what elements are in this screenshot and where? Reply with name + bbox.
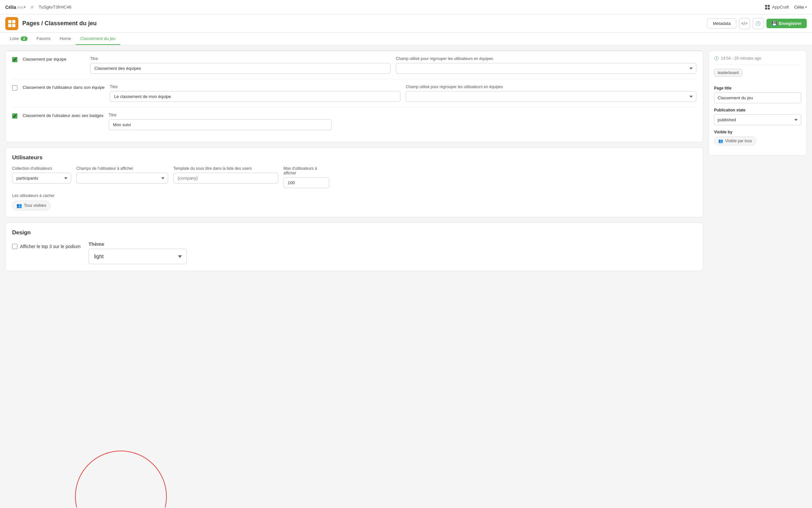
page-title-input[interactable] — [714, 92, 801, 103]
utilisateurs-form-row: Collection d'utilisateurs participants C… — [12, 166, 696, 188]
save-icon: 💾 — [772, 21, 777, 26]
visible-by-label: Visible by — [714, 130, 801, 134]
page-breadcrumb: Pages / Classement du jeu — [22, 20, 97, 27]
topbar-user-chevron-icon: ▾ — [805, 5, 807, 9]
cacher-label: Les utilisateurs à cacher — [12, 194, 696, 198]
tabs-bar: Liste 2 Favoris Home Classement du jeu — [0, 33, 812, 45]
design-card: Design Afficher le top 3 sur le podium T… — [5, 222, 703, 271]
checkbox-equipe[interactable] — [12, 57, 17, 62]
page-title-field-label: Page title — [714, 86, 801, 90]
topbar-user-menu[interactable]: Célia ▾ — [794, 5, 807, 9]
theme-select-wrapper: light dark custom — [88, 249, 187, 264]
collection-label: Collection d'utilisateurs — [12, 166, 71, 171]
topbar-user-label: Célia — [794, 5, 804, 9]
metadata-button[interactable]: Metadata — [707, 18, 736, 29]
user-chevron-icon: ▾ — [24, 5, 26, 9]
template-group: Template du sous titre dans la liste des… — [173, 166, 278, 188]
clock-icon: 🕐 — [714, 56, 719, 60]
publication-field: Publication state published draft — [714, 108, 801, 125]
classement-row-badges: Classement de l'utisateur avec ses badge… — [12, 113, 696, 135]
design-row: Afficher le top 3 sur le podium Thème li… — [12, 241, 696, 264]
history-button[interactable]: 🕐 — [753, 18, 764, 29]
tab-classement-label: Classement du jeu — [80, 36, 116, 41]
max-input[interactable] — [283, 177, 329, 188]
titre-badges-label: Titre — [109, 113, 331, 117]
utilisateurs-title: Utilisateurs — [12, 154, 696, 161]
checkbox-user-equipe[interactable] — [12, 85, 17, 90]
tab-favoris-label: Favoris — [37, 36, 51, 41]
visible-by-badge-label: Visible par tous — [725, 139, 752, 143]
tab-home[interactable]: Home — [55, 33, 76, 45]
appcraft-logo: AppCraft — [765, 5, 789, 10]
tab-liste-badge: 2 — [20, 36, 27, 41]
theme-group: Thème light dark custom — [88, 241, 187, 264]
visible-by-field: Visible by 👥 Visible par tous — [714, 130, 801, 145]
project-id: TuSgkvT3frHC46 — [39, 5, 72, 9]
collection-select[interactable]: participants — [12, 173, 71, 183]
user-menu[interactable]: Célia test ▾ — [5, 5, 26, 10]
visible-icon: 👥 — [718, 139, 723, 143]
svg-rect-0 — [765, 5, 767, 7]
champ-equipe-select[interactable] — [396, 63, 696, 74]
header-bar: Pages / Classement du jeu Metadata </> 🕐… — [0, 14, 812, 33]
tab-favoris[interactable]: Favoris — [32, 33, 55, 45]
max-label: Max d'utilisateurs à afficher — [283, 166, 329, 175]
appcraft-label: AppCraft — [772, 5, 789, 9]
champs-select[interactable] — [76, 173, 168, 183]
classements-card: Classement par équipe Titre Champ utilis… — [5, 50, 703, 142]
cacher-section: Les utilisateurs à cacher 👥 Tous visible… — [12, 194, 696, 210]
label-user-equipe: Classement de l'utilisateur dans son équ… — [22, 85, 104, 90]
tab-classement[interactable]: Classement du jeu — [76, 33, 120, 45]
template-input[interactable] — [173, 173, 278, 183]
podium-label: Afficher le top 3 sur le podium — [20, 244, 81, 249]
cacher-badge[interactable]: 👥 Tous visibles — [12, 201, 50, 210]
collection-group: Collection d'utilisateurs participants — [12, 166, 71, 188]
visible-by-badge[interactable]: 👥 Visible par tous — [714, 136, 756, 145]
history-icon: 🕐 — [755, 21, 761, 26]
username-label: Célia — [5, 5, 16, 10]
label-badges: Classement de l'utisateur avec ses badge… — [22, 113, 103, 119]
label-equipe: Classement par équipe — [22, 56, 85, 62]
save-button[interactable]: 💾 Enregistrer — [766, 19, 807, 28]
tab-home-label: Home — [60, 36, 71, 41]
titre-equipe-label: Titre — [90, 56, 391, 61]
page-title-field: Page title — [714, 86, 801, 103]
svg-rect-3 — [768, 7, 770, 9]
classement-row-equipe: Classement par équipe Titre Champ utilis… — [12, 56, 696, 79]
theme-label: Thème — [88, 241, 187, 247]
classement-row-user-equipe: Classement de l'utilisateur dans son équ… — [12, 85, 696, 108]
titre-user-equipe-input[interactable] — [110, 91, 400, 102]
sidebar-card: 🕐 14:54 - 29 minutes ago leaderboard Pag… — [709, 50, 807, 156]
tab-liste[interactable]: Liste 2 — [5, 33, 32, 45]
max-group: Max d'utilisateurs à afficher — [283, 166, 329, 188]
cacher-icon: 👥 — [16, 203, 22, 208]
code-icon: </> — [741, 21, 748, 26]
appcraft-icon — [765, 5, 770, 10]
utilisateurs-card: Utilisateurs Collection d'utilisateurs p… — [5, 147, 703, 217]
svg-rect-1 — [768, 5, 770, 7]
app-icon — [5, 17, 18, 30]
sidebar-timestamp: 🕐 14:54 - 29 minutes ago — [714, 56, 801, 65]
champ-user-equipe-select[interactable] — [406, 91, 696, 102]
publication-select[interactable]: published draft — [714, 114, 801, 125]
template-label: Template du sous titre dans la liste des… — [173, 166, 278, 171]
user-role: test — [17, 5, 23, 9]
titre-user-equipe-label: Titre — [110, 85, 400, 89]
cacher-badge-label: Tous visibles — [24, 203, 46, 208]
publication-label: Publication state — [714, 108, 801, 113]
titre-badges-input[interactable] — [109, 119, 331, 130]
sidebar-right: 🕐 14:54 - 29 minutes ago leaderboard Pag… — [709, 50, 807, 502]
tab-liste-label: Liste — [10, 36, 19, 41]
main-layout: Classement par équipe Titre Champ utilis… — [0, 45, 812, 507]
podium-checkbox[interactable] — [12, 244, 17, 249]
leaderboard-badge: leaderboard — [714, 69, 742, 77]
svg-rect-2 — [765, 7, 767, 9]
champ-user-equipe-label: Champ utilisé pour regrouper les utilisa… — [406, 85, 696, 89]
theme-select[interactable]: light dark custom — [88, 249, 187, 264]
titre-equipe-input[interactable] — [90, 63, 391, 74]
code-button[interactable]: </> — [739, 18, 750, 29]
champ-equipe-label: Champ utilisé pour regrouper les utilisa… — [396, 56, 696, 61]
checkbox-badges[interactable] — [12, 114, 17, 119]
champs-label: Champs de l'utilisateur à afficher — [76, 166, 168, 171]
topbar: Célia test ▾ # TuSgkvT3frHC46 AppCraft C… — [0, 0, 812, 14]
